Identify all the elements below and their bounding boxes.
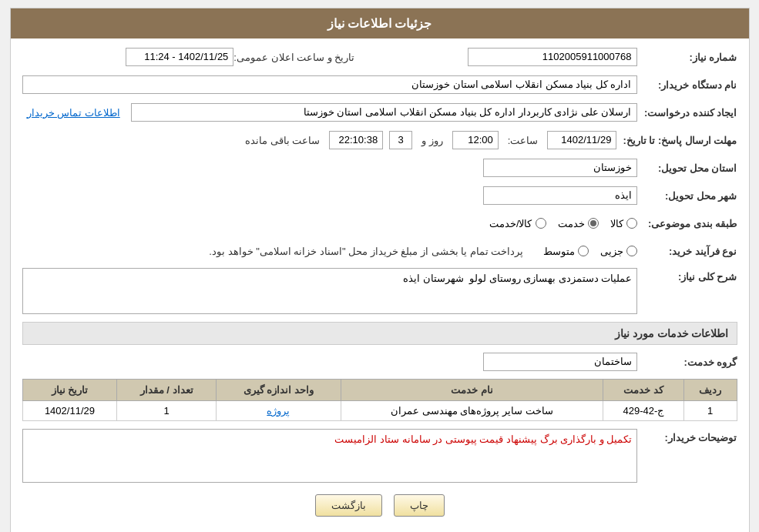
cell-date: 1402/11/29 [22, 401, 117, 421]
col-row-num: ردیف [683, 380, 737, 401]
need-number-label: شماره نیاز: [637, 52, 737, 63]
requester-row: نام دستگاه خریدار: اداره کل بنیاد مسکن ا… [22, 74, 737, 95]
province-value: خوزستان [483, 159, 637, 177]
cell-row-num: 1 [683, 401, 737, 421]
radio-khedmat-icon [588, 218, 599, 229]
province-row: استان محل تحویل: خوزستان [22, 157, 737, 179]
purchase-jozi: جزیی [600, 246, 637, 257]
radio-kala-label: کالا [610, 218, 623, 229]
deadline-label: مهلت ارسال پاسخ: تا تاریخ: [616, 135, 737, 146]
city-value: ایذه [483, 186, 637, 205]
back-button[interactable]: بازگشت [315, 494, 382, 517]
radio-khedmat-label: خدمت [558, 218, 585, 229]
city-label: شهر محل تحویل: [637, 190, 737, 202]
purchase-options: جزیی متوسط پرداخت تمام یا بخشی از مبلغ خ… [22, 246, 637, 257]
services-table: ردیف کد خدمت نام خدمت واحد اندازه گیری ت… [22, 379, 737, 421]
radio-jozi-label: جزیی [600, 246, 623, 257]
buyer-notes-value: تکمیل و بارگذاری برگ پیشنهاد قیمت پیوستی… [22, 429, 637, 483]
deadline-clock: 22:10:38 [329, 131, 383, 149]
creator-label: ایجاد کننده درخواست: [637, 107, 737, 119]
category-row: طبقه بندی موضوعی: کالا خدمت کالا/خدمت [22, 212, 737, 234]
buyer-notes-label: توضیحات خریدار: [637, 429, 737, 443]
page-container: جزئیات اطلاعات نیاز شماره نیاز: 11020059… [10, 8, 750, 532]
need-number-row: شماره نیاز: 1102005911000768 تاریخ و ساع… [22, 46, 737, 68]
button-row: چاپ بازگشت [22, 494, 737, 517]
service-group-row: گروه خدمت: ساختمان [22, 351, 737, 373]
description-label: شرح کلی نیاز: [637, 268, 737, 283]
deadline-date: 1402/11/29 [547, 131, 616, 149]
creator-row: ایجاد کننده درخواست: ارسلان علی نژادی کا… [22, 102, 737, 123]
deadline-content: 1402/11/29 ساعت: 12:00 روز و 3 22:10:38 … [22, 131, 617, 149]
creator-value: ارسلان علی نژادی کاربردار اداره کل بنیاد… [131, 103, 637, 122]
category-kala: کالا [610, 218, 637, 229]
buyer-notes-row: توضیحات خریدار: تکمیل و بارگذاری برگ پیش… [22, 429, 737, 483]
radio-jozi-icon [626, 246, 637, 256]
purchase-description: پرداخت تمام یا بخشی از مبلغ خریداز محل "… [209, 246, 523, 257]
print-button[interactable]: چاپ [394, 494, 445, 517]
radio-kala-icon [626, 218, 637, 229]
cell-code: ج-42-429 [603, 401, 684, 421]
announce-label: تاریخ و ساعت اعلان عمومی: [233, 52, 354, 63]
need-number-value: 1102005911000768 [468, 48, 637, 66]
deadline-row: مهلت ارسال پاسخ: تا تاریخ: 1402/11/29 سا… [22, 129, 737, 151]
city-row: شهر محل تحویل: ایذه [22, 185, 737, 206]
requester-label: نام دستگاه خریدار: [637, 79, 737, 91]
cell-unit: پروژه [216, 401, 341, 421]
province-label: استان محل تحویل: [637, 162, 737, 174]
col-count: تعداد / مقدار [117, 380, 216, 401]
description-row: شرح کلی نیاز: عملیات دستمزدی بهسازی روست… [22, 268, 737, 314]
purchase-type-label: نوع فرآیند خرید: [637, 246, 737, 257]
announce-value: 1402/11/25 - 11:24 [126, 48, 233, 66]
deadline-time-label: ساعت: [505, 135, 542, 146]
category-label: طبقه بندی موضوعی: [637, 218, 737, 229]
deadline-time: 12:00 [452, 131, 499, 149]
table-row: 1 ج-42-429 ساخت سایر پروژه‌های مهندسی عم… [22, 401, 737, 421]
radio-motawaset-label: متوسط [543, 246, 575, 257]
deadline-remaining: 3 [389, 131, 412, 149]
category-options: کالا خدمت کالا/خدمت [22, 218, 637, 229]
category-kala-khedmat: کالا/خدمت [489, 218, 546, 229]
service-group-value: ساختمان [483, 353, 637, 371]
radio-kala-khedmat-icon [536, 218, 546, 229]
description-textarea[interactable]: عملیات دستمزدی بهسازی روستای لولو شهرستا… [22, 268, 637, 314]
col-name: نام خدمت [341, 380, 603, 401]
radio-kala-khedmat-label: کالا/خدمت [489, 218, 532, 229]
purchase-type-row: نوع فرآیند خرید: جزیی متوسط پرداخت تمام … [22, 240, 737, 262]
requester-value: اداره کل بنیاد مسکن انقلاب اسلامی استان … [22, 75, 637, 94]
category-khedmat: خدمت [558, 218, 599, 229]
purchase-motawaset: متوسط [543, 246, 589, 257]
page-title: جزئیات اطلاعات نیاز [11, 8, 749, 38]
main-content: شماره نیاز: 1102005911000768 تاریخ و ساع… [11, 38, 749, 532]
deadline-hour-label: ساعت باقی مانده [242, 135, 323, 146]
cell-name: ساخت سایر پروژه‌های مهندسی عمران [341, 401, 603, 421]
radio-motawaset-icon [578, 246, 589, 256]
col-code: کد خدمت [603, 380, 684, 401]
services-section-header: اطلاعات خدمات مورد نیاز [22, 322, 737, 345]
cell-count: 1 [117, 401, 216, 421]
deadline-day-label: روز و [418, 135, 446, 146]
col-date: تاریخ نیاز [22, 380, 117, 401]
contact-link[interactable]: اطلاعات تماس خریدار [22, 107, 125, 119]
service-group-label: گروه خدمت: [637, 356, 737, 368]
col-unit: واحد اندازه گیری [216, 380, 341, 401]
